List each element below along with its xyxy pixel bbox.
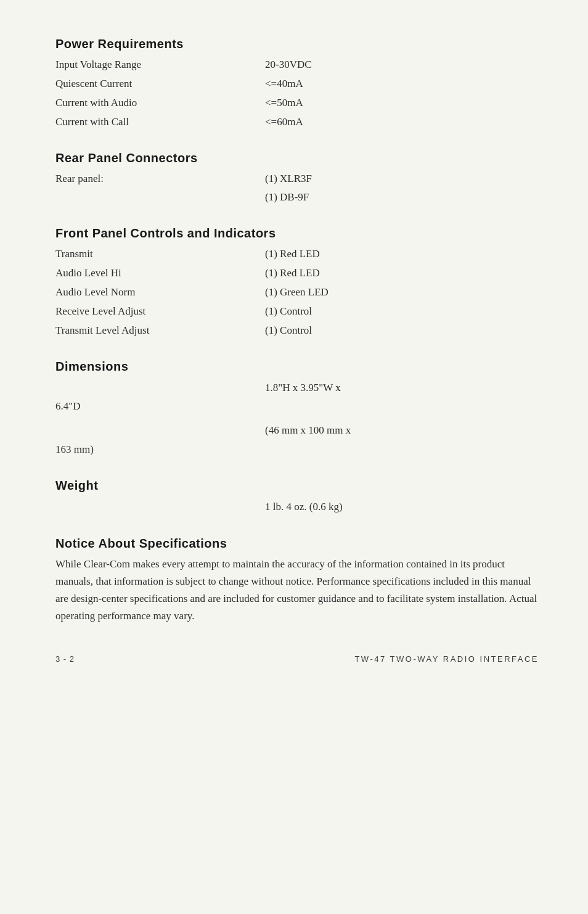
notice-section: Notice About Specifications While Clear-… [55,537,539,625]
front-row-2-label: Audio Level Hi [55,265,265,282]
rear-panel-value2: (1) DB-9F [265,189,309,207]
front-row-3-value: (1) Green LED [265,284,329,302]
front-row-2-value: (1) Red LED [265,265,320,282]
front-row-4-label: Receive Level Adjust [55,303,265,321]
dim-row-3-right: (46 mm x 100 mm x [265,421,351,440]
dim-row-1: 1.8"H x 3.95"W x [55,379,539,398]
weight-title: Weight [55,479,539,493]
table-row: Audio Level Hi (1) Red LED [55,265,539,282]
table-row: Receive Level Adjust (1) Control [55,303,539,321]
table-row: Transmit Level Adjust (1) Control [55,322,539,340]
table-row: Rear panel: (1) XLR3F [55,170,539,188]
footer: 3 - 2 TW-47 TWO-WAY RADIO INTERFACE [55,654,539,664]
front-row-4-value: (1) Control [265,303,312,321]
rear-panel-value1: (1) XLR3F [265,170,312,188]
dim-row-2: 6.4"D [55,397,539,416]
power-row-4-value: <=60mA [265,113,303,131]
dim-row-2-left: 6.4"D [55,397,265,416]
footer-page: 3 - 2 [55,654,75,664]
dim-row-4-left: 163 mm) [55,440,265,459]
front-row-3-label: Audio Level Norm [55,284,265,302]
notice-title: Notice About Specifications [55,537,539,551]
dim-row-4: 163 mm) [55,440,539,459]
power-title: Power Requirements [55,37,539,51]
table-row: Input Voltage Range 20-30VDC [55,56,539,74]
front-panel-section: Front Panel Controls and Indicators Tran… [55,226,539,339]
dimensions-section: Dimensions 1.8"H x 3.95"W x 6.4"D (46 mm… [55,360,539,459]
notice-text: While Clear-Com makes every attempt to m… [55,556,539,625]
power-row-2-label: Quiescent Current [55,75,265,93]
dim-row-3: (46 mm x 100 mm x [55,421,539,440]
front-row-5-value: (1) Control [265,322,312,340]
table-row: Current with Call <=60mA [55,113,539,131]
power-row-2-value: <=40mA [265,75,303,93]
power-row-3-value: <=50mA [265,94,303,112]
weight-section: Weight 1 lb. 4 oz. (0.6 kg) [55,479,539,517]
dimensions-title: Dimensions [55,360,539,374]
table-row: Quiescent Current <=40mA [55,75,539,93]
front-panel-title: Front Panel Controls and Indicators [55,226,539,241]
table-row: Current with Audio <=50mA [55,94,539,112]
rear-panel-section: Rear Panel Connectors Rear panel: (1) XL… [55,151,539,207]
power-table: Input Voltage Range 20-30VDC Quiescent C… [55,56,539,131]
front-panel-table: Transmit (1) Red LED Audio Level Hi (1) … [55,245,539,339]
front-row-1-value: (1) Red LED [265,245,320,263]
power-row-1-value: 20-30VDC [265,56,312,74]
front-row-1-label: Transmit [55,245,265,263]
power-row-4-label: Current with Call [55,113,265,131]
footer-title: TW-47 TWO-WAY RADIO INTERFACE [354,654,539,664]
table-row: (1) DB-9F [55,189,539,207]
weight-value: 1 lb. 4 oz. (0.6 kg) [265,498,343,517]
power-row-1-label: Input Voltage Range [55,56,265,74]
weight-row: 1 lb. 4 oz. (0.6 kg) [55,498,539,517]
power-section: Power Requirements Input Voltage Range 2… [55,37,539,131]
table-row: Transmit (1) Red LED [55,245,539,263]
dimensions-table: 1.8"H x 3.95"W x 6.4"D (46 mm x 100 mm x… [55,379,539,459]
table-row: Audio Level Norm (1) Green LED [55,284,539,302]
rear-panel-label: Rear panel: [55,170,265,188]
power-row-3-label: Current with Audio [55,94,265,112]
dim-row-1-right: 1.8"H x 3.95"W x [265,379,341,398]
rear-panel-table: Rear panel: (1) XLR3F (1) DB-9F [55,170,539,207]
rear-panel-title: Rear Panel Connectors [55,151,539,165]
front-row-5-label: Transmit Level Adjust [55,322,265,340]
